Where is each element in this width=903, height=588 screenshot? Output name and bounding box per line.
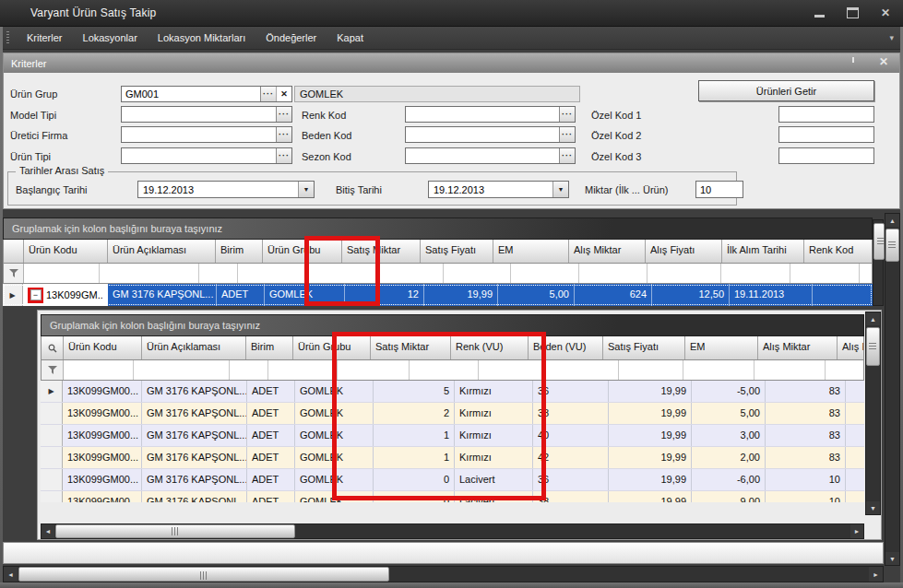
master-grid-filter-cell-9[interactable] (579, 264, 648, 283)
detail-cell[interactable]: GOMLEK (295, 403, 374, 424)
detail-cell[interactable]: 83 (766, 425, 846, 446)
master-grid-column-header-2[interactable]: Ürün Açıklaması (108, 240, 216, 263)
master-grid-column-header-7[interactable]: EM (493, 240, 569, 263)
master-grid-filter-cell-6[interactable] (379, 264, 444, 283)
detail-cell[interactable]: 19,99 (609, 491, 692, 502)
detail-cell[interactable]: 13K099GM00... (63, 447, 142, 468)
master-cell-3[interactable]: ADET (217, 284, 265, 306)
detail-cell[interactable]: 83 (766, 447, 846, 468)
detail-grid-filter-cell-2[interactable] (134, 360, 230, 380)
detail-grid-column-header-2[interactable]: Ürün Açıklaması (142, 336, 246, 359)
detail-cell[interactable]: 12,50 (846, 403, 864, 424)
detail-data-row-5[interactable]: 13K099GM00...GM 3176 KAPŞONL...ADETGOMLE… (41, 469, 864, 491)
panel-close-icon[interactable]: ✕ (879, 55, 888, 68)
urun-grup-input[interactable]: GM001···✕ (121, 86, 292, 102)
master-data-row[interactable]: ▶−13K099GM...GM 3176 KAPŞONL...ADETGOMLE… (3, 284, 873, 306)
detail-cell[interactable]: 12,50 (846, 447, 864, 468)
sezon-kod-input-ellipsis-button[interactable]: ··· (559, 148, 575, 163)
detail-grid-column-header-8[interactable]: Satış Fiyatı (603, 336, 685, 359)
detail-cell[interactable]: 36 (533, 381, 609, 402)
detail-cell[interactable]: 5 (374, 381, 455, 402)
detail-group-panel[interactable]: Gruplamak için kolon başlığını buraya ta… (41, 314, 864, 336)
bitis-tarihi-combo[interactable]: 19.12.2013▼ (428, 181, 569, 198)
titlebar[interactable]: Varyant Ürün Satış Takip ✕ (0, 0, 903, 27)
detail-data-row-6[interactable]: 13K099GM00GM 3176 KAPŞONLADETGOMLEK0Laci… (41, 491, 864, 502)
detail-cell[interactable]: 38 (533, 403, 609, 424)
detail-cell[interactable]: 3,00 (692, 425, 766, 446)
master-cell-11[interactable] (813, 284, 873, 306)
master-grid-filter-cell-13[interactable] (860, 264, 873, 283)
beden-kod-input[interactable]: ··· (405, 126, 576, 143)
detail-vscrollbar-thumb[interactable] (866, 327, 880, 366)
main-scroll-left-icon[interactable]: ◄ (4, 567, 18, 582)
detail-cell[interactable]: 42 (533, 447, 609, 468)
detail-scroll-up-icon[interactable]: ▲ (866, 312, 880, 325)
master-grid-filter-cell-7[interactable] (444, 264, 511, 283)
master-cell-7[interactable]: 5,00 (498, 284, 575, 306)
baslangic-tarihi-combo-dropdown-icon[interactable]: ▼ (298, 182, 314, 197)
detail-cell[interactable]: 19,99 (609, 447, 692, 468)
master-vscrollbar-thumb[interactable] (873, 223, 885, 260)
close-button[interactable]: ✕ (875, 6, 896, 20)
detail-cell[interactable]: 12,50 (846, 381, 864, 402)
master-cell-5[interactable]: 12 (345, 284, 424, 306)
detail-cell[interactable]: -5,00 (692, 381, 766, 402)
detail-cell[interactable]: GM 3176 KAPŞONL... (142, 469, 247, 490)
detail-cell[interactable]: ADET (247, 425, 295, 446)
detail-grid-column-header-9[interactable]: EM (685, 336, 758, 359)
detail-cell[interactable]: 10 (766, 469, 846, 490)
detail-grid-column-header-4[interactable]: Ürün Grubu (293, 336, 371, 359)
detail-cell[interactable]: GM 3176 KAPŞONL (142, 491, 247, 502)
detail-hscrollbar-thumb[interactable] (55, 524, 295, 538)
minimize-button[interactable] (809, 6, 829, 20)
main-scroll-up-icon[interactable]: ▲ (885, 214, 899, 227)
menu-overflow-icon[interactable]: ▾ (889, 33, 894, 42)
detail-grid-column-header-3[interactable]: Birim (246, 336, 293, 359)
master-grid-filter-cell-4[interactable] (238, 264, 309, 283)
renk-kod-input[interactable]: ··· (405, 106, 576, 123)
miktar-ilk-urun-input[interactable]: 10 (695, 181, 743, 198)
detail-cell[interactable]: 83 (766, 403, 846, 424)
menu-item-1[interactable]: Kriterler (17, 29, 73, 47)
beden-kod-input-ellipsis-button[interactable]: ··· (559, 127, 575, 142)
detail-cell[interactable]: 38 (533, 491, 609, 502)
detail-cell[interactable]: 13K099GM00 (63, 491, 142, 502)
detail-cell[interactable]: GOMLEK (295, 425, 374, 446)
main-vscrollbar[interactable]: ▲ ▼ (885, 213, 900, 566)
detail-cell[interactable]: 13K099GM00... (63, 381, 142, 402)
detail-grid-column-header-11[interactable]: Alış Fiyatı (838, 336, 864, 359)
master-grid-column-header-5[interactable]: Satış Miktar (342, 240, 421, 263)
menu-item-3[interactable]: Lokasyon Miktarları (148, 29, 255, 47)
detail-cell[interactable]: ADET (247, 403, 295, 424)
master-grid-filter-cell-1[interactable] (24, 264, 100, 283)
model-tipi-input[interactable]: ··· (121, 106, 292, 123)
ozel-kod-1-input[interactable] (778, 106, 874, 123)
detail-cell[interactable]: GM 3176 KAPŞONL... (142, 425, 247, 446)
master-cell-8[interactable]: 624 (575, 284, 652, 306)
detail-grid-filter-cell-4[interactable] (268, 360, 338, 380)
renk-kod-input-ellipsis-button[interactable]: ··· (559, 107, 575, 122)
urun-tipi-input-ellipsis-button[interactable]: ··· (276, 148, 291, 163)
detail-grid-filter-cell-10[interactable] (683, 360, 754, 380)
detail-cell[interactable]: 13K099GM00... (63, 425, 142, 446)
detail-cell[interactable]: ADET (247, 469, 295, 490)
detail-cell[interactable]: 0 (374, 491, 455, 502)
detail-data-row-3[interactable]: 13K099GM00...GM 3176 KAPŞONL...ADETGOMLE… (41, 425, 864, 447)
detail-cell[interactable]: 19,99 (609, 403, 692, 424)
detail-cell[interactable]: 19,99 (609, 381, 692, 402)
detail-cell[interactable]: 36 (533, 469, 609, 490)
master-cell-9[interactable]: 12,50 (652, 284, 730, 306)
master-grid-column-header-3[interactable]: Birim (216, 240, 263, 263)
baslangic-tarihi-combo[interactable]: 19.12.2013▼ (137, 181, 315, 198)
urun-tipi-input[interactable]: ··· (121, 147, 292, 164)
detail-cell[interactable]: GM 3176 KAPŞONL... (142, 447, 247, 468)
main-vscrollbar-thumb[interactable] (885, 229, 899, 262)
master-grid-column-header-1[interactable]: Ürün Kodu (24, 240, 108, 263)
detail-cell[interactable]: Kırmızı (455, 403, 533, 424)
master-cell-2[interactable]: GM 3176 KAPŞONL... (108, 284, 217, 306)
detail-cell[interactable]: 2,00 (692, 447, 766, 468)
detail-cell[interactable]: 10 (766, 491, 846, 502)
detail-grid-filter-cell-11[interactable] (754, 360, 826, 380)
master-grid-column-header-4[interactable]: Ürün Grubu (263, 240, 342, 263)
detail-data-row-2[interactable]: 13K099GM00...GM 3176 KAPŞONL...ADETGOMLE… (41, 403, 864, 425)
